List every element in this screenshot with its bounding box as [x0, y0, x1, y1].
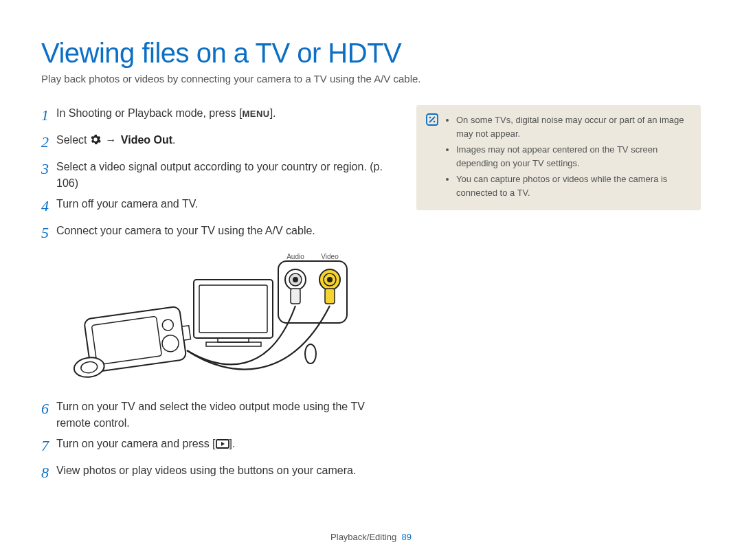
- svg-rect-0: [194, 280, 273, 338]
- svg-rect-1: [199, 285, 267, 333]
- arrow-icon: →: [104, 134, 117, 146]
- svg-point-20: [305, 344, 316, 363]
- svg-rect-17: [182, 326, 191, 340]
- page-subtitle: Play back photos or videos by connecting…: [41, 73, 701, 85]
- step-text: Turn on your camera and press [: [56, 438, 216, 449]
- step-number: 6: [41, 397, 56, 420]
- step-text: ].: [229, 438, 236, 449]
- page-footer: Playback/Editing 89: [41, 532, 701, 542]
- tv-icon: [194, 280, 273, 346]
- connection-diagram: Audio Video: [56, 251, 392, 392]
- step-number: 8: [41, 461, 56, 484]
- step-5: 5 Connect your camera to your TV using t…: [41, 223, 392, 245]
- step-number: 7: [41, 434, 56, 457]
- svg-point-25: [434, 121, 436, 123]
- note-icon: [426, 113, 438, 126]
- step-number: 1: [41, 104, 56, 126]
- step-8: 8 View photos or play videos using the b…: [41, 462, 392, 485]
- page-title: Viewing files on a TV or HDTV: [41, 38, 701, 69]
- svg-rect-3: [206, 342, 261, 346]
- note-list: On some TVs, digital noise may occur or …: [445, 113, 690, 202]
- step-4: 4 Turn off your camera and TV.: [41, 196, 392, 219]
- step-7: 7 Turn on your camera and press [].: [41, 436, 392, 458]
- svg-rect-12: [325, 289, 335, 304]
- note-item: On some TVs, digital noise may occur or …: [456, 113, 690, 140]
- video-label: Video: [321, 253, 339, 260]
- step-text: ].: [270, 107, 276, 119]
- step-body: In Shooting or Playback mode, press [MEN…: [56, 105, 392, 122]
- step-text: In Shooting or Playback mode, press [: [56, 107, 242, 119]
- step-body: Select → Video Out.: [56, 132, 392, 148]
- note-item: You can capture photos or videos while t…: [456, 172, 690, 199]
- content-columns: 1 In Shooting or Playback mode, press [M…: [41, 105, 701, 489]
- left-column: 1 In Shooting or Playback mode, press [M…: [41, 105, 392, 489]
- footer-section: Playback/Editing: [330, 532, 396, 542]
- jack-panel-icon: Audio Video: [278, 253, 347, 323]
- svg-point-7: [293, 277, 298, 282]
- audio-label: Audio: [286, 253, 304, 260]
- step-text: .: [172, 134, 175, 146]
- step-2: 2 Select → Video Out.: [41, 132, 392, 155]
- gear-icon: [90, 134, 101, 146]
- step-number: 5: [41, 221, 56, 244]
- manual-page: Viewing files on a TV or HDTV Play back …: [0, 0, 742, 560]
- svg-rect-4: [278, 261, 347, 323]
- svg-point-24: [429, 117, 431, 119]
- step-text: Turn on your TV and select the video out…: [56, 399, 392, 432]
- page-number: 89: [401, 532, 411, 542]
- step-text: View photos or play videos using the but…: [56, 462, 392, 479]
- step-number: 4: [41, 194, 56, 217]
- step-1: 1 In Shooting or Playback mode, press [M…: [41, 105, 392, 128]
- step-text: Connect your camera to your TV using the…: [56, 223, 392, 239]
- step-6: 6 Turn on your TV and select the video o…: [41, 399, 392, 432]
- bold-label: Video Out: [117, 134, 172, 146]
- svg-rect-11: [291, 289, 300, 304]
- menu-label: MENU: [242, 109, 269, 119]
- note-item: Images may not appear centered on the TV…: [456, 143, 690, 170]
- camera-icon: [67, 305, 194, 379]
- play-icon: [216, 438, 229, 449]
- step-text: Turn off your camera and TV.: [56, 196, 392, 212]
- svg-marker-22: [221, 442, 225, 446]
- note-box: On some TVs, digital noise may occur or …: [416, 105, 701, 210]
- step-number: 3: [41, 157, 56, 180]
- step-3: 3 Select a video signal output according…: [41, 159, 392, 192]
- step-text: Select a video signal output according t…: [56, 159, 392, 192]
- step-text: Select: [56, 134, 90, 146]
- right-column: On some TVs, digital noise may occur or …: [416, 105, 701, 489]
- svg-point-10: [327, 277, 333, 282]
- step-number: 2: [41, 131, 56, 153]
- step-body: Turn on your camera and press [].: [56, 436, 392, 452]
